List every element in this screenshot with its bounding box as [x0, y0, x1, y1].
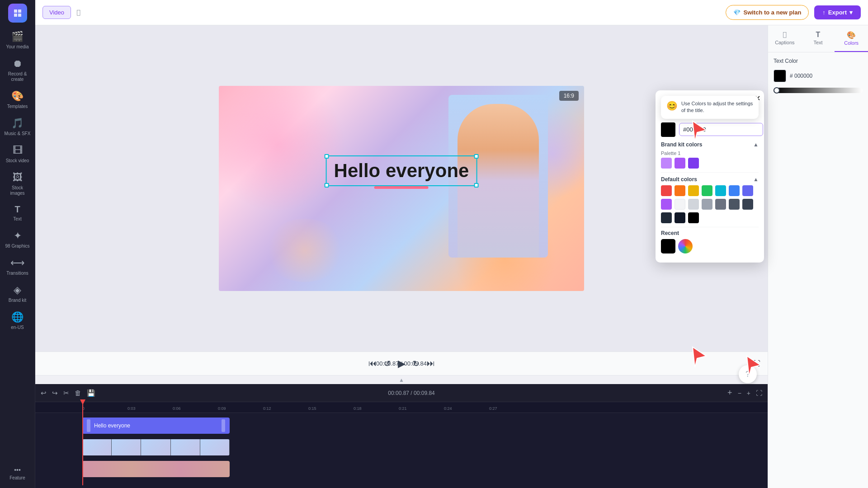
swatch-dark-gray[interactable]	[729, 199, 740, 210]
help-button[interactable]: ?	[739, 365, 757, 383]
timeline-expand-button[interactable]: ⛶	[756, 389, 762, 397]
swatch-recent-black[interactable]	[661, 239, 675, 253]
ruler-mark-18: 0:18	[354, 406, 362, 411]
expand-timeline-bar[interactable]: ▲	[35, 375, 768, 384]
swatch-gray[interactable]	[715, 199, 726, 210]
swatch-darkest-gray[interactable]	[661, 212, 672, 223]
captions-icon-top: ⌷	[76, 9, 81, 17]
divider1	[661, 172, 759, 173]
zoom-in-button[interactable]: +	[747, 389, 750, 397]
swatch-blue[interactable]	[729, 185, 740, 196]
skip-back-button[interactable]: ⏮	[368, 359, 377, 368]
text-container[interactable]: Hello everyone	[326, 155, 477, 189]
swatch-purple-dark[interactable]	[688, 158, 699, 169]
record-icon: ⏺	[13, 58, 23, 70]
swatch-black1[interactable]	[675, 212, 685, 223]
swatch-purple[interactable]	[661, 199, 672, 210]
sidebar-item-media[interactable]: 🎬 Your media	[2, 27, 33, 53]
swatch-indigo[interactable]	[742, 185, 753, 196]
color-picker-popup: ✕ 😊 Use Colors to adjust the settings of…	[656, 90, 764, 263]
default-colors-title: Default colors	[661, 176, 697, 183]
canvas-frame: Hello everyone 16:9	[219, 86, 584, 291]
handle-tr[interactable]	[474, 154, 478, 159]
captions-icon: ⌷	[771, 31, 799, 39]
cut-button[interactable]: ✂	[63, 389, 69, 397]
right-panel-tabs: ⌷ Captions T Text 🎨 Colors	[768, 25, 868, 52]
swatch-cyan[interactable]	[715, 185, 726, 196]
sidebar-item-stock-images[interactable]: 🖼 Stock images	[2, 168, 33, 200]
default-collapse-icon[interactable]: ▲	[753, 176, 759, 183]
swatch-purple-light[interactable]	[661, 158, 672, 169]
tab-colors[interactable]: 🎨 Colors	[835, 25, 868, 52]
swatch-red[interactable]	[661, 185, 672, 196]
redo-button[interactable]: ↪	[52, 389, 58, 397]
text-track-handle-right[interactable]	[222, 419, 225, 432]
sidebar-item-graphics[interactable]: ✦ 98 Graphics	[2, 226, 33, 253]
ruler-mark-27: 0:27	[489, 406, 497, 411]
playhead[interactable]	[82, 402, 83, 485]
brand-colors-header: Brand kit colors ▲	[661, 141, 759, 148]
text-track-label: Hello everyone	[94, 422, 130, 429]
brand-collapse-icon[interactable]: ▲	[753, 141, 759, 148]
stock-video-icon: 🎞	[13, 145, 23, 156]
switch-plan-button[interactable]: 💎 Switch to a new plan	[726, 5, 809, 20]
export-label: Export	[828, 9, 847, 16]
sidebar-item-brand[interactable]: ◈ Brand kit	[2, 281, 33, 307]
swatch-yellow[interactable]	[688, 185, 699, 196]
swatch-orange[interactable]	[675, 185, 685, 196]
skip-forward-button[interactable]: ⏭	[427, 359, 435, 368]
sidebar-item-templates[interactable]: 🎨 Templates	[2, 87, 33, 113]
tooltip-content: 😊 Use Colors to adjust the settings of t…	[666, 100, 753, 114]
fullscreen-button[interactable]: ⛶	[753, 360, 760, 368]
video-track[interactable]	[82, 439, 230, 455]
sidebar-item-record-label: Record & create	[4, 71, 31, 82]
gradient-handle[interactable]	[774, 87, 780, 94]
swatch-green[interactable]	[702, 185, 712, 196]
sidebar-item-stock-video[interactable]: 🎞 Stock video	[2, 141, 33, 167]
text-underline	[374, 186, 429, 189]
opacity-gradient-bar[interactable]	[774, 88, 863, 93]
top-bar: Video ⌷ 💎 Switch to a new plan ↑ Export …	[35, 0, 868, 25]
bg-shape1	[219, 86, 345, 212]
tab-video[interactable]: Video	[42, 6, 71, 19]
text-track-handle-left[interactable]	[87, 419, 90, 432]
canvas-text[interactable]: Hello everyone	[334, 160, 469, 182]
right-panel: ⌷ Captions T Text 🎨 Colors Text Color # …	[768, 25, 868, 488]
swatch-light-gray[interactable]	[688, 199, 699, 210]
sidebar-item-music[interactable]: 🎵 Music & SFX	[2, 114, 33, 140]
sidebar-item-record[interactable]: ⏺ Record & create	[2, 54, 33, 86]
delete-button[interactable]: 🗑	[75, 389, 81, 397]
save-button-tl[interactable]: 💾	[87, 389, 95, 397]
handle-br[interactable]	[474, 183, 478, 188]
hex-input[interactable]	[679, 123, 763, 136]
text-track[interactable]: Hello everyone	[82, 418, 230, 434]
swatch-white[interactable]	[675, 199, 685, 210]
sidebar-item-stock-video-label: Stock video	[6, 158, 29, 164]
popup-header	[661, 122, 759, 137]
sidebar-item-media-label: Your media	[6, 44, 28, 50]
zoom-out-button[interactable]: −	[738, 389, 741, 397]
sidebar-item-transitions[interactable]: ⟷ Transitions	[2, 253, 33, 280]
swatch-black2[interactable]	[688, 212, 699, 223]
add-track-button[interactable]: +	[727, 388, 732, 398]
handle-tl[interactable]	[325, 154, 329, 159]
swatch-mid-gray[interactable]	[702, 199, 712, 210]
timeline-ruler: 0 0:03 0:06 0:09 0:12 0:15 0:18 0:21 0:2…	[35, 402, 768, 413]
sidebar-item-more[interactable]: ••• Feature	[2, 463, 33, 484]
sidebar-item-language[interactable]: 🌐 en-US	[2, 308, 33, 334]
tab-text[interactable]: T Text	[802, 25, 835, 52]
tab-captions[interactable]: ⌷ Captions	[768, 25, 802, 52]
swatch-recent-gradient[interactable]	[678, 239, 693, 253]
bg-track[interactable]	[82, 461, 230, 477]
text-color-preview[interactable]	[774, 70, 786, 82]
sidebar-item-language-label: en-US	[11, 325, 24, 330]
handle-bl[interactable]	[325, 183, 329, 188]
swatch-darker-gray[interactable]	[742, 199, 753, 210]
swatch-purple-mid[interactable]	[675, 158, 685, 169]
selected-color-box[interactable]	[661, 122, 675, 137]
canvas-wrapper: Hello everyone 16:9	[219, 86, 584, 291]
sidebar-item-text[interactable]: T Text	[2, 201, 33, 225]
app-logo[interactable]	[8, 4, 27, 23]
export-button[interactable]: ↑ Export ▾	[814, 5, 861, 19]
undo-button[interactable]: ↩	[41, 389, 47, 397]
